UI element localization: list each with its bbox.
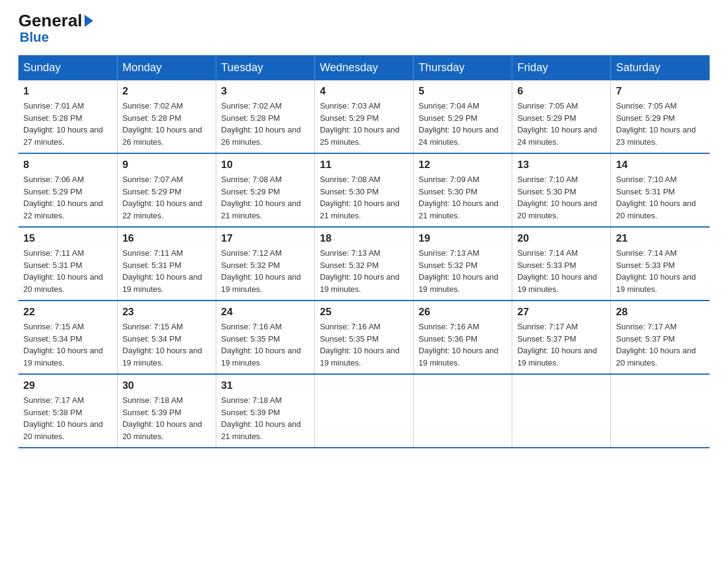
page-header: General Blue bbox=[18, 12, 710, 44]
day-number: 12 bbox=[419, 159, 507, 171]
day-number: 4 bbox=[320, 85, 408, 98]
day-number: 24 bbox=[221, 306, 309, 318]
day-number: 18 bbox=[320, 232, 408, 245]
calendar-day-cell: 5 Sunrise: 7:04 AM Sunset: 5:29 PM Dayli… bbox=[414, 80, 512, 153]
day-number: 13 bbox=[517, 159, 605, 171]
day-info: Sunrise: 7:06 AM Sunset: 5:29 PM Dayligh… bbox=[23, 174, 112, 221]
day-info: Sunrise: 7:16 AM Sunset: 5:35 PM Dayligh… bbox=[320, 321, 408, 369]
day-info: Sunrise: 7:15 AM Sunset: 5:34 PM Dayligh… bbox=[123, 321, 211, 369]
calendar-day-cell: 31 Sunrise: 7:18 AM Sunset: 5:39 PM Dayl… bbox=[216, 374, 314, 448]
day-number: 28 bbox=[616, 306, 705, 318]
day-number: 20 bbox=[517, 232, 605, 245]
calendar-table: SundayMondayTuesdayWednesdayThursdayFrid… bbox=[18, 55, 710, 448]
calendar-header-row: SundayMondayTuesdayWednesdayThursdayFrid… bbox=[18, 55, 710, 80]
calendar-day-cell: 10 Sunrise: 7:08 AM Sunset: 5:29 PM Dayl… bbox=[216, 153, 314, 227]
calendar-week-row: 1 Sunrise: 7:01 AM Sunset: 5:28 PM Dayli… bbox=[18, 80, 710, 153]
logo: General Blue bbox=[18, 12, 93, 44]
calendar-header-saturday: Saturday bbox=[611, 55, 710, 80]
day-info: Sunrise: 7:08 AM Sunset: 5:30 PM Dayligh… bbox=[320, 174, 408, 221]
calendar-day-cell: 14 Sunrise: 7:10 AM Sunset: 5:31 PM Dayl… bbox=[611, 153, 710, 227]
day-info: Sunrise: 7:05 AM Sunset: 5:29 PM Dayligh… bbox=[616, 100, 705, 148]
day-number: 30 bbox=[123, 380, 211, 392]
logo-general-text: General bbox=[18, 12, 93, 29]
calendar-header-thursday: Thursday bbox=[414, 55, 512, 80]
calendar-day-cell bbox=[611, 374, 710, 448]
day-number: 6 bbox=[517, 85, 605, 98]
calendar-header-tuesday: Tuesday bbox=[216, 55, 314, 80]
calendar-week-row: 29 Sunrise: 7:17 AM Sunset: 5:38 PM Dayl… bbox=[18, 374, 710, 448]
day-number: 2 bbox=[123, 85, 211, 98]
day-number: 7 bbox=[616, 85, 705, 98]
calendar-day-cell: 4 Sunrise: 7:03 AM Sunset: 5:29 PM Dayli… bbox=[314, 80, 413, 153]
day-number: 21 bbox=[616, 232, 705, 245]
day-number: 19 bbox=[419, 232, 507, 245]
calendar-day-cell: 29 Sunrise: 7:17 AM Sunset: 5:38 PM Dayl… bbox=[18, 374, 117, 448]
day-info: Sunrise: 7:11 AM Sunset: 5:31 PM Dayligh… bbox=[123, 247, 211, 295]
calendar-day-cell: 15 Sunrise: 7:11 AM Sunset: 5:31 PM Dayl… bbox=[18, 227, 117, 301]
day-number: 3 bbox=[221, 85, 309, 98]
day-info: Sunrise: 7:13 AM Sunset: 5:32 PM Dayligh… bbox=[419, 247, 507, 295]
day-info: Sunrise: 7:15 AM Sunset: 5:34 PM Dayligh… bbox=[23, 321, 112, 369]
calendar-day-cell: 7 Sunrise: 7:05 AM Sunset: 5:29 PM Dayli… bbox=[611, 80, 710, 153]
day-info: Sunrise: 7:10 AM Sunset: 5:31 PM Dayligh… bbox=[616, 174, 705, 221]
calendar-day-cell: 28 Sunrise: 7:17 AM Sunset: 5:37 PM Dayl… bbox=[611, 301, 710, 374]
calendar-header-wednesday: Wednesday bbox=[314, 55, 413, 80]
day-number: 1 bbox=[23, 85, 112, 98]
day-number: 5 bbox=[419, 85, 507, 98]
day-info: Sunrise: 7:14 AM Sunset: 5:33 PM Dayligh… bbox=[517, 247, 605, 295]
calendar-day-cell: 22 Sunrise: 7:15 AM Sunset: 5:34 PM Dayl… bbox=[18, 301, 117, 374]
calendar-day-cell: 2 Sunrise: 7:02 AM Sunset: 5:28 PM Dayli… bbox=[117, 80, 216, 153]
calendar-day-cell: 21 Sunrise: 7:14 AM Sunset: 5:33 PM Dayl… bbox=[611, 227, 710, 301]
day-number: 27 bbox=[517, 306, 605, 318]
day-info: Sunrise: 7:02 AM Sunset: 5:28 PM Dayligh… bbox=[221, 100, 309, 148]
day-number: 15 bbox=[23, 232, 112, 245]
logo-arrow-icon bbox=[85, 15, 93, 27]
calendar-day-cell: 25 Sunrise: 7:16 AM Sunset: 5:35 PM Dayl… bbox=[314, 301, 413, 374]
day-info: Sunrise: 7:17 AM Sunset: 5:38 PM Dayligh… bbox=[23, 394, 112, 442]
calendar-day-cell: 30 Sunrise: 7:18 AM Sunset: 5:39 PM Dayl… bbox=[117, 374, 216, 448]
calendar-day-cell bbox=[314, 374, 413, 448]
day-number: 23 bbox=[123, 306, 211, 318]
day-number: 22 bbox=[23, 306, 112, 318]
day-info: Sunrise: 7:11 AM Sunset: 5:31 PM Dayligh… bbox=[23, 247, 112, 295]
calendar-header-sunday: Sunday bbox=[18, 55, 117, 80]
day-number: 11 bbox=[320, 159, 408, 171]
calendar-day-cell: 23 Sunrise: 7:15 AM Sunset: 5:34 PM Dayl… bbox=[117, 301, 216, 374]
calendar-day-cell: 11 Sunrise: 7:08 AM Sunset: 5:30 PM Dayl… bbox=[314, 153, 413, 227]
day-info: Sunrise: 7:17 AM Sunset: 5:37 PM Dayligh… bbox=[517, 321, 605, 369]
calendar-day-cell: 8 Sunrise: 7:06 AM Sunset: 5:29 PM Dayli… bbox=[18, 153, 117, 227]
day-number: 17 bbox=[221, 232, 309, 245]
day-number: 25 bbox=[320, 306, 408, 318]
calendar-day-cell: 3 Sunrise: 7:02 AM Sunset: 5:28 PM Dayli… bbox=[216, 80, 314, 153]
day-info: Sunrise: 7:08 AM Sunset: 5:29 PM Dayligh… bbox=[221, 174, 309, 221]
day-info: Sunrise: 7:17 AM Sunset: 5:37 PM Dayligh… bbox=[616, 321, 705, 369]
day-info: Sunrise: 7:10 AM Sunset: 5:30 PM Dayligh… bbox=[517, 174, 605, 221]
day-info: Sunrise: 7:01 AM Sunset: 5:28 PM Dayligh… bbox=[23, 100, 112, 148]
calendar-day-cell bbox=[414, 374, 512, 448]
calendar-day-cell: 19 Sunrise: 7:13 AM Sunset: 5:32 PM Dayl… bbox=[414, 227, 512, 301]
calendar-day-cell: 20 Sunrise: 7:14 AM Sunset: 5:33 PM Dayl… bbox=[512, 227, 611, 301]
day-info: Sunrise: 7:09 AM Sunset: 5:30 PM Dayligh… bbox=[419, 174, 507, 221]
day-info: Sunrise: 7:12 AM Sunset: 5:32 PM Dayligh… bbox=[221, 247, 309, 295]
calendar-week-row: 15 Sunrise: 7:11 AM Sunset: 5:31 PM Dayl… bbox=[18, 227, 710, 301]
calendar-day-cell: 9 Sunrise: 7:07 AM Sunset: 5:29 PM Dayli… bbox=[117, 153, 216, 227]
day-number: 8 bbox=[23, 159, 112, 171]
calendar-day-cell: 17 Sunrise: 7:12 AM Sunset: 5:32 PM Dayl… bbox=[216, 227, 314, 301]
day-number: 26 bbox=[419, 306, 507, 318]
calendar-day-cell: 16 Sunrise: 7:11 AM Sunset: 5:31 PM Dayl… bbox=[117, 227, 216, 301]
calendar-day-cell: 12 Sunrise: 7:09 AM Sunset: 5:30 PM Dayl… bbox=[414, 153, 512, 227]
calendar-day-cell: 1 Sunrise: 7:01 AM Sunset: 5:28 PM Dayli… bbox=[18, 80, 117, 153]
calendar-day-cell: 24 Sunrise: 7:16 AM Sunset: 5:35 PM Dayl… bbox=[216, 301, 314, 374]
calendar-day-cell bbox=[512, 374, 611, 448]
day-info: Sunrise: 7:13 AM Sunset: 5:32 PM Dayligh… bbox=[320, 247, 408, 295]
day-info: Sunrise: 7:16 AM Sunset: 5:35 PM Dayligh… bbox=[221, 321, 309, 369]
day-info: Sunrise: 7:03 AM Sunset: 5:29 PM Dayligh… bbox=[320, 100, 408, 148]
day-number: 16 bbox=[123, 232, 211, 245]
calendar-day-cell: 6 Sunrise: 7:05 AM Sunset: 5:29 PM Dayli… bbox=[512, 80, 611, 153]
logo-blue-text: Blue bbox=[20, 31, 49, 44]
calendar-header-friday: Friday bbox=[512, 55, 611, 80]
calendar-header-monday: Monday bbox=[117, 55, 216, 80]
calendar-day-cell: 26 Sunrise: 7:16 AM Sunset: 5:36 PM Dayl… bbox=[414, 301, 512, 374]
calendar-day-cell: 18 Sunrise: 7:13 AM Sunset: 5:32 PM Dayl… bbox=[314, 227, 413, 301]
day-info: Sunrise: 7:18 AM Sunset: 5:39 PM Dayligh… bbox=[221, 394, 309, 442]
